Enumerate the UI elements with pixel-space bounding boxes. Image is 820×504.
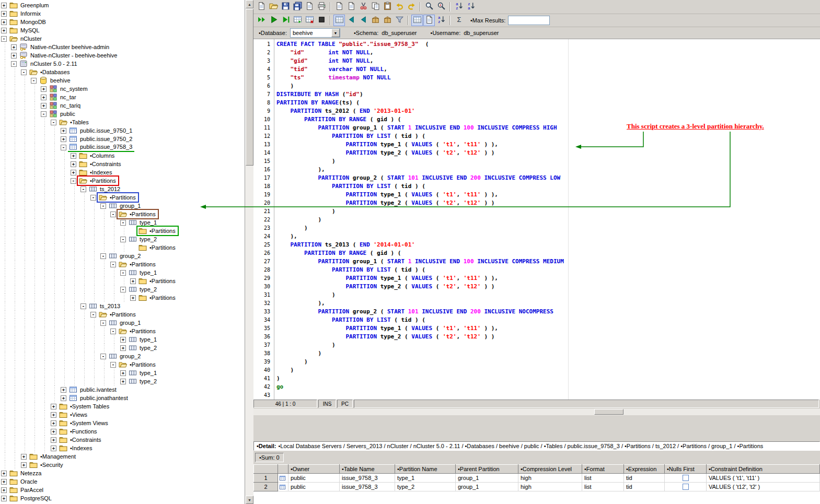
tree-item-greenplum[interactable]: +Greenplum [0,1,245,9]
cell-nulls-first[interactable] [665,474,707,483]
expand-icon[interactable]: + [61,395,66,401]
expand-icon[interactable]: + [1,496,7,501]
tree-item-type-1[interactable]: +type_1 [0,335,245,344]
first-result-button[interactable] [357,15,369,26]
grid-header-constraint-definition[interactable]: •Constraint Definition [707,465,820,474]
text-results-mode-button[interactable] [423,15,435,26]
tree-item-ncluster[interactable]: -nCluster [0,34,245,43]
expand-icon[interactable]: + [120,337,126,343]
collapse-icon[interactable]: - [100,203,106,209]
execute-script-button[interactable] [280,15,291,26]
editor-horizontal-scrollbar[interactable] [253,408,820,415]
tree-item-partitions[interactable]: •Partitions [0,243,245,252]
tree-item-group-2[interactable]: -group_2 [0,252,245,260]
tree-item-native-ncluster-beehive-admin[interactable]: +Native-nCluster beehive-admin [0,43,245,51]
expand-icon[interactable]: + [51,446,56,451]
tree-item-partitions[interactable]: -•Partitions [0,177,245,185]
edit-results-button[interactable] [333,15,345,26]
cut-button[interactable] [357,1,369,13]
tree-item-oracle[interactable]: +Oracle [0,477,245,486]
tree-item-type-2[interactable]: +type_2 [0,377,245,385]
grid-header-icon[interactable] [278,465,288,474]
expand-icon[interactable]: + [1,28,7,33]
collapse-icon[interactable]: - [80,186,86,192]
open-file-button[interactable] [268,1,279,13]
tree-item-indexes[interactable]: +•Indexes [0,444,245,452]
tree-item-type-1[interactable]: -type_1 [0,268,245,277]
execute-to-grid-button[interactable] [292,15,303,26]
collapse-icon[interactable]: - [1,36,7,42]
expand-icon[interactable]: + [120,370,126,376]
collapse-icon[interactable]: - [110,329,116,334]
fetch-all-button[interactable] [382,15,393,26]
tree-item-partitions[interactable]: -•Partitions [0,327,245,335]
tree-item-partitions[interactable]: +•Partitions [0,294,245,302]
expand-icon[interactable]: + [21,462,27,468]
expand-icon[interactable]: + [1,479,7,485]
tree-item-group-2[interactable]: -group_2 [0,352,245,360]
tree-item-ts-2013[interactable]: -ts_2013 [0,302,245,310]
execute-button[interactable] [268,15,279,26]
tree-item-mysql[interactable]: +MySQL [0,26,245,34]
chevron-down-icon[interactable]: ▼ [331,29,340,37]
collapse-icon[interactable]: - [41,111,47,117]
expand-icon[interactable]: + [21,454,27,460]
tree-item-columns[interactable]: +•Columns [0,151,245,160]
expand-icon[interactable]: + [11,53,17,58]
save-all-button[interactable] [292,1,303,13]
cell-parent-partition[interactable]: group_1 [456,483,518,491]
tree-item-ncluster-5-0-2-11[interactable]: -nCluster 5.0 - 2.11 [0,60,245,68]
redo-button[interactable] [406,1,417,13]
collapse-icon[interactable]: - [120,270,126,276]
grid-header-compression-level[interactable]: •Compression Level [518,465,582,474]
tree-item-type-2[interactable]: +type_2 [0,344,245,352]
collapse-icon[interactable]: - [31,78,37,84]
tree-item-group-1[interactable]: -group_1 [0,319,245,327]
tree-item-mongodb[interactable]: +MongoDB [0,18,245,26]
tree-item-postgresql[interactable]: +PostgreSQL [0,494,245,502]
cell-owner[interactable]: public [288,474,340,483]
expand-icon[interactable]: + [71,161,76,167]
tree-scrollbar[interactable]: ▲ ▼ [245,0,253,504]
collapse-icon[interactable]: - [120,287,126,292]
grid-header-parent-partition[interactable]: •Parent Partition [456,465,518,474]
database-select[interactable]: beehive ▼ [290,28,340,38]
tree-item-public-issue-9758-3[interactable]: -public.issue_9758_3 [0,143,245,151]
edit-document-button[interactable] [345,1,357,13]
copy-button[interactable] [369,1,381,13]
tree-item-management[interactable]: +•Management [0,452,245,461]
table-row[interactable]: 2publicissue_9758_3type_2group_1highlist… [254,483,820,491]
tree-item-partitions[interactable]: -•Partitions [0,260,245,268]
expand-icon[interactable]: + [41,103,47,109]
collapse-icon[interactable]: - [120,237,126,242]
tree-item-public-issue-9750-1[interactable]: +public.issue_9750_1 [0,126,245,135]
expand-icon[interactable]: + [1,487,7,493]
paste-button[interactable] [382,1,393,13]
grid-results-mode-button[interactable] [411,15,423,26]
cell-format[interactable]: list [582,474,624,483]
grid-header-rownum[interactable] [254,465,278,474]
tree-item-group-1[interactable]: -group_1 [0,202,245,210]
row-number[interactable]: 1 [254,474,278,483]
row-number[interactable]: 2 [254,483,278,491]
expand-icon[interactable]: + [120,379,126,384]
stop-button[interactable] [316,15,327,26]
expand-icon[interactable]: + [61,387,66,393]
grid-header-expression[interactable]: •Expression [624,465,665,474]
collapse-icon[interactable]: - [11,61,17,67]
collapse-icon[interactable]: - [51,120,56,125]
scrollbar-thumb[interactable] [246,9,253,166]
tree-item-netezza[interactable]: +Netezza [0,469,245,477]
tree-item-tables[interactable]: -•Tables [0,118,245,126]
collapse-icon[interactable]: - [100,320,106,326]
nulls-first-checkbox[interactable] [683,475,689,481]
tree-item-type-2[interactable]: -type_2 [0,235,245,243]
grid-header-format[interactable]: •Format [582,465,624,474]
aggregate-results-button[interactable]: Σ [453,15,465,26]
cell-compression-level[interactable]: high [518,474,582,483]
cell-constraint-definition[interactable]: VALUES ( 't12', 't2' ) [707,483,820,491]
tree-item-beehive[interactable]: -beehive [0,76,245,85]
execute-fetch-all-button[interactable] [256,15,267,26]
tree-item-system-views[interactable]: +•System Views [0,419,245,427]
cell-table-name[interactable]: issue_9758_3 [340,483,395,491]
